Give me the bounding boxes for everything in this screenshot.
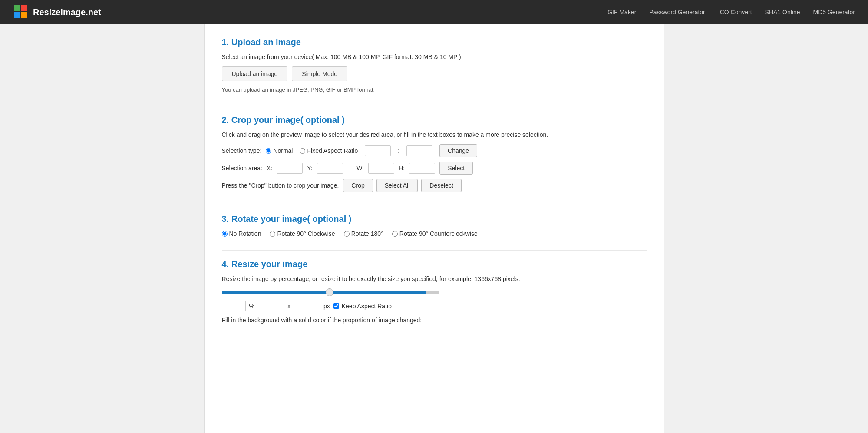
percent-symbol: % xyxy=(249,303,254,310)
radio-fixed[interactable] xyxy=(300,148,305,154)
svg-rect-2 xyxy=(14,12,20,18)
height-input[interactable]: 500 xyxy=(294,301,320,311)
selection-type-radios: Normal Fixed Aspect Ratio 1366 : 768 Cha… xyxy=(266,144,477,157)
upload-note: You can upload an image in JPEG, PNG, GI… xyxy=(222,86,647,93)
divider3 xyxy=(222,250,647,251)
radio-no-rotation[interactable] xyxy=(222,231,228,237)
step3-section: 3. Rotate your image( optional ) No Rota… xyxy=(222,214,647,237)
nav-ico-convert[interactable]: ICO Convert xyxy=(718,9,752,16)
change-button[interactable]: Change xyxy=(439,144,477,157)
radio-no-rotation-label[interactable]: No Rotation xyxy=(222,230,261,237)
x-input[interactable]: 0 xyxy=(277,163,303,174)
keep-aspect-text: Keep Aspect Ratio xyxy=(342,303,392,310)
h-input[interactable]: 0 xyxy=(409,163,435,174)
radio-fixed-label[interactable]: Fixed Aspect Ratio xyxy=(300,147,358,154)
svg-rect-0 xyxy=(14,5,20,11)
w-input[interactable]: 0 xyxy=(368,163,394,174)
px-label: px xyxy=(323,303,330,310)
radio-no-rotation-text: No Rotation xyxy=(229,230,261,237)
select-action-btns: Select xyxy=(439,162,473,175)
logo: ResizeImage.net xyxy=(13,4,101,20)
h-label: H: xyxy=(399,165,405,172)
radio-90ccw-label[interactable]: Rotate 90° Counterclockwise xyxy=(392,230,478,237)
radio-normal-label[interactable]: Normal xyxy=(266,147,293,154)
radio-90cw-text: Rotate 90° Clockwise xyxy=(277,230,335,237)
resize-inputs-row: 100 % 500 x 500 px Keep Aspect Ratio xyxy=(222,301,647,311)
header: ResizeImage.net GIF Maker Password Gener… xyxy=(0,0,868,24)
radio-90ccw[interactable] xyxy=(392,231,398,237)
step4-section: 4. Resize your image Resize the image by… xyxy=(222,259,647,324)
selection-area-label: Selection area: xyxy=(222,165,262,172)
selection-area-row: Selection area: X: 0 Y: 0 W: 0 H: 0 Sele… xyxy=(222,162,647,175)
nav-md5-generator[interactable]: MD5 Generator xyxy=(813,9,855,16)
crop-row: Press the "Crop" button to crop your ima… xyxy=(222,179,647,192)
logo-icon xyxy=(13,4,29,20)
resize-slider-container xyxy=(222,288,647,295)
crop-button[interactable]: Crop xyxy=(343,179,373,192)
step1-title: 1. Upload an image xyxy=(222,37,647,47)
radio-normal[interactable] xyxy=(266,148,271,154)
upload-image-button[interactable]: Upload an image xyxy=(222,66,288,81)
keep-aspect-label[interactable]: Keep Aspect Ratio xyxy=(333,303,392,310)
step4-description: Resize the image by percentage, or resiz… xyxy=(222,275,647,282)
divider1 xyxy=(222,106,647,106)
resize-slider[interactable] xyxy=(222,291,439,294)
simple-mode-button[interactable]: Simple Mode xyxy=(292,66,347,81)
step2-title: 2. Crop your image( optional ) xyxy=(222,115,647,125)
rotate-options: No Rotation Rotate 90° Clockwise Rotate … xyxy=(222,230,647,237)
percent-input[interactable]: 100 xyxy=(222,301,246,311)
radio-90cw[interactable] xyxy=(270,231,275,237)
nav-gif-maker[interactable]: GIF Maker xyxy=(607,9,636,16)
step1-btn-group: Upload an image Simple Mode xyxy=(222,66,647,81)
step2-description: Click and drag on the preview image to s… xyxy=(222,131,647,138)
crop-press-text: Press the "Crop" button to crop your ima… xyxy=(222,182,339,189)
selection-type-label: Selection type: xyxy=(222,147,262,154)
aspect-width-input[interactable]: 1366 xyxy=(365,145,391,156)
step3-title: 3. Rotate your image( optional ) xyxy=(222,214,647,224)
svg-rect-3 xyxy=(21,12,27,18)
crop-action-btns: Crop Select All Deselect xyxy=(343,179,461,192)
step2-section: 2. Crop your image( optional ) Click and… xyxy=(222,115,647,192)
keep-aspect-checkbox[interactable] xyxy=(333,303,339,309)
x-label: X: xyxy=(267,165,272,172)
step1-description: Select an image from your device( Max: 1… xyxy=(222,53,647,60)
step4-title: 4. Resize your image xyxy=(222,259,647,269)
nav-password-generator[interactable]: Password Generator xyxy=(649,9,705,16)
step1-section: 1. Upload an image Select an image from … xyxy=(222,37,647,93)
bg-fill-text: Fill in the background with a solid colo… xyxy=(222,317,647,324)
nav-sha1-online[interactable]: SHA1 Online xyxy=(765,9,800,16)
y-label: Y: xyxy=(307,165,312,172)
radio-fixed-text: Fixed Aspect Ratio xyxy=(307,147,358,154)
main-nav: GIF Maker Password Generator ICO Convert… xyxy=(607,9,855,16)
select-all-button[interactable]: Select All xyxy=(376,179,418,192)
radio-180-text: Rotate 180° xyxy=(351,230,383,237)
select-button[interactable]: Select xyxy=(439,162,473,175)
w-label: W: xyxy=(356,165,364,172)
radio-90cw-label[interactable]: Rotate 90° Clockwise xyxy=(270,230,335,237)
logo-text: ResizeImage.net xyxy=(33,7,101,17)
y-input[interactable]: 0 xyxy=(317,163,343,174)
radio-180[interactable] xyxy=(344,231,350,237)
aspect-height-input[interactable]: 768 xyxy=(406,145,432,156)
selection-type-row: Selection type: Normal Fixed Aspect Rati… xyxy=(222,144,647,157)
radio-180-label[interactable]: Rotate 180° xyxy=(344,230,383,237)
radio-normal-text: Normal xyxy=(273,147,293,154)
x-symbol: x xyxy=(287,303,290,310)
divider2 xyxy=(222,205,647,205)
deselect-button[interactable]: Deselect xyxy=(421,179,461,192)
radio-90ccw-text: Rotate 90° Counterclockwise xyxy=(399,230,478,237)
main-content: 1. Upload an image Select an image from … xyxy=(204,24,664,433)
width-input[interactable]: 500 xyxy=(258,301,284,311)
aspect-colon: : xyxy=(398,147,399,154)
svg-rect-1 xyxy=(21,5,27,11)
